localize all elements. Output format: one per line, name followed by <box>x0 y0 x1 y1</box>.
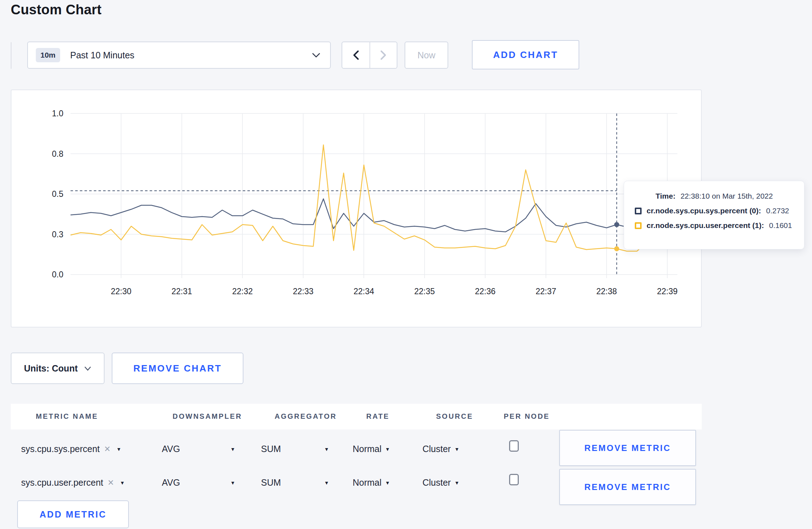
series-swatch-icon <box>635 222 642 229</box>
svg-text:22:30: 22:30 <box>111 287 131 296</box>
tooltip-series-name: cr.node.sys.cpu.sys.percent (0): <box>647 207 761 215</box>
svg-text:22:39: 22:39 <box>657 287 678 296</box>
toolbar-divider <box>11 42 11 69</box>
metric-name-select[interactable]: sys.cpu.sys.percent <box>21 444 121 454</box>
svg-text:1.0: 1.0 <box>52 109 63 118</box>
svg-text:22:31: 22:31 <box>171 287 192 296</box>
svg-text:22:36: 22:36 <box>475 287 496 296</box>
downsampler-select[interactable]: AVG <box>162 444 235 454</box>
column-header-aggregator: AGGREGATOR <box>275 412 337 421</box>
column-header-source: SOURCE <box>436 412 473 421</box>
source-value: Cluster <box>422 477 451 488</box>
metric-name-value: sys.cpu.sys.percent <box>21 444 100 454</box>
page-title: Custom Chart <box>11 2 102 18</box>
svg-text:0.0: 0.0 <box>52 270 63 279</box>
caret-down-icon <box>324 480 329 485</box>
caret-down-icon <box>120 480 125 485</box>
rate-value: Normal <box>353 444 382 454</box>
aggregator-value: SUM <box>261 477 281 488</box>
source-value: Cluster <box>422 444 451 454</box>
caret-down-icon <box>385 447 390 452</box>
remove-metric-button[interactable]: REMOVE METRIC <box>559 469 696 505</box>
per-node-checkbox[interactable] <box>509 474 519 485</box>
remove-chart-button[interactable]: REMOVE CHART <box>112 353 243 384</box>
svg-text:0.8: 0.8 <box>52 149 63 159</box>
clear-metric-icon[interactable] <box>107 478 114 487</box>
tooltip-series-row: cr.node.sys.cpu.sys.percent (0): 0.2732 <box>635 207 793 215</box>
rate-select[interactable]: Normal <box>353 444 390 454</box>
chart-hover-tooltip: Time: 22:38:10 on Mar 15th, 2022 cr.node… <box>624 181 804 249</box>
now-button[interactable]: Now <box>405 42 448 69</box>
downsampler-select[interactable]: AVG <box>162 477 235 488</box>
svg-text:22:38: 22:38 <box>596 287 617 296</box>
chevron-down-icon <box>84 366 91 371</box>
caret-down-icon <box>454 480 459 485</box>
time-back-button[interactable] <box>342 42 369 68</box>
column-header-rate: RATE <box>366 412 390 421</box>
caret-down-icon <box>230 447 235 452</box>
time-nav-group <box>342 42 397 69</box>
tooltip-time-value: 22:38:10 on Mar 15th, 2022 <box>681 192 773 200</box>
per-node-checkbox[interactable] <box>509 440 519 452</box>
aggregator-select[interactable]: SUM <box>261 444 329 454</box>
add-chart-button[interactable]: ADD CHART <box>472 40 579 69</box>
column-header-per-node: PER NODE <box>504 412 550 421</box>
caret-down-icon <box>454 447 459 452</box>
tooltip-time-label: Time: <box>656 192 676 200</box>
chevron-down-icon <box>311 52 321 58</box>
chevron-left-icon <box>353 50 359 60</box>
metric-name-value: sys.cpu.user.percent <box>21 477 103 488</box>
chart-svg[interactable]: 0.00.30.50.81.022:3022:3122:3222:3322:34… <box>11 90 701 327</box>
tooltip-time-row: Time: 22:38:10 on Mar 15th, 2022 <box>635 192 793 200</box>
metrics-table-header: METRIC NAME DOWNSAMPLER AGGREGATOR RATE … <box>11 404 702 429</box>
aggregator-select[interactable]: SUM <box>261 477 329 488</box>
add-metric-button[interactable]: ADD METRIC <box>17 500 129 528</box>
tooltip-series-value: 0.2732 <box>766 207 789 215</box>
time-range-dropdown[interactable]: 10m Past 10 Minutes <box>27 42 331 69</box>
svg-text:22:37: 22:37 <box>536 287 556 296</box>
units-dropdown[interactable]: Units: Count <box>11 353 105 384</box>
clear-metric-icon[interactable] <box>104 445 111 454</box>
caret-down-icon <box>230 480 235 485</box>
source-select[interactable]: Cluster <box>422 444 459 454</box>
remove-metric-button[interactable]: REMOVE METRIC <box>559 430 696 466</box>
downsampler-value: AVG <box>162 444 180 454</box>
tooltip-series-row: cr.node.sys.cpu.user.percent (1): 0.1601 <box>635 221 793 230</box>
chevron-right-icon <box>380 50 387 60</box>
caret-down-icon <box>324 447 329 452</box>
svg-text:22:34: 22:34 <box>353 287 374 296</box>
rate-value: Normal <box>353 477 382 488</box>
svg-text:0.5: 0.5 <box>52 189 63 199</box>
series-swatch-icon <box>635 208 642 214</box>
svg-text:22:33: 22:33 <box>293 287 314 296</box>
chart-card: 0.00.30.50.81.022:3022:3122:3222:3322:34… <box>11 89 702 327</box>
custom-chart-page: Custom Chart 10m Past 10 Minutes Now ADD… <box>0 0 812 529</box>
time-forward-button[interactable] <box>369 42 397 68</box>
units-label: Units: Count <box>24 363 78 374</box>
caret-down-icon <box>385 480 390 485</box>
aggregator-value: SUM <box>261 444 281 454</box>
svg-text:0.3: 0.3 <box>52 230 63 239</box>
metric-name-select[interactable]: sys.cpu.user.percent <box>21 477 125 488</box>
downsampler-value: AVG <box>162 477 180 488</box>
svg-text:22:35: 22:35 <box>414 287 435 296</box>
svg-text:22:32: 22:32 <box>232 287 253 296</box>
column-header-downsampler: DOWNSAMPLER <box>173 412 242 421</box>
tooltip-series-name: cr.node.sys.cpu.user.percent (1): <box>647 221 764 230</box>
rate-select[interactable]: Normal <box>353 477 390 488</box>
time-range-badge: 10m <box>36 48 60 62</box>
time-range-label: Past 10 Minutes <box>70 50 134 60</box>
tooltip-series-value: 0.1601 <box>769 221 792 230</box>
caret-down-icon <box>116 447 121 452</box>
column-header-metric-name: METRIC NAME <box>36 412 98 421</box>
source-select[interactable]: Cluster <box>422 477 459 488</box>
